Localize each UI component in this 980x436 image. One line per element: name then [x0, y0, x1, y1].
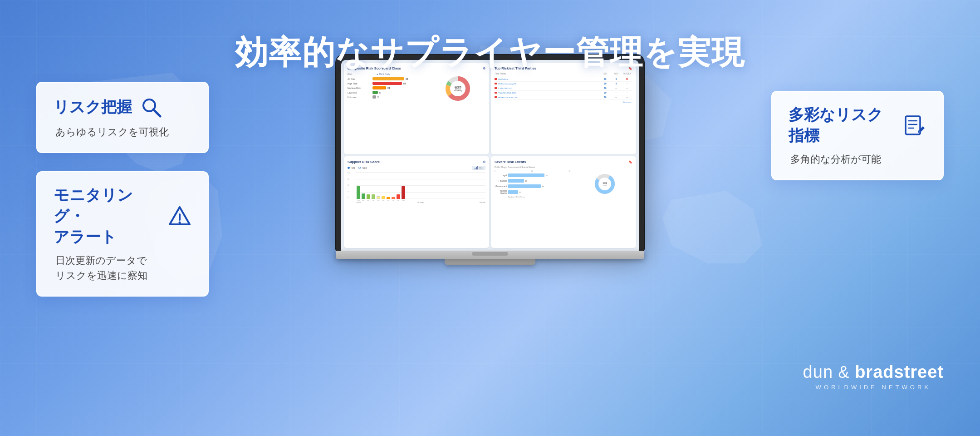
bar-group-3: 6% — [367, 194, 370, 202]
ssi-radio[interactable] — [348, 167, 350, 169]
bar-ssi-7 — [387, 197, 390, 199]
x-axis-labels: Low Risk SSI Range High Risk — [356, 202, 485, 203]
svg-rect-16 — [477, 166, 478, 169]
bar-group-high: 38% — [402, 186, 405, 202]
severe-risk-title: Severe Risk Events 🔖 — [495, 160, 632, 164]
laptop-screen: Composite Risk Scorecard Class ⚙ Risk ▲ … — [341, 60, 639, 251]
top-riskiest-panel: Top Riskiest Third Parties 🔖 Third Parti… — [491, 63, 636, 154]
table-row: METALLOINVEST, OOO 10 — — — [495, 95, 632, 100]
bar-group-4: 5% — [372, 194, 375, 202]
bradstreet-text: bradstreet — [850, 362, 944, 382]
laptop-outer: Composite Risk Scorecard Class ⚙ Risk ▲ … — [336, 54, 644, 251]
bar-group-low: 14% — [357, 186, 360, 202]
risk-grasp-desc: あらゆるリスクを可視化 — [54, 124, 191, 139]
ser-radio[interactable] — [358, 167, 361, 169]
risk-row-unknown: Unknown 2 — [348, 95, 423, 99]
risk-row-all: All Risk 93 — [348, 77, 423, 80]
sre-row-financial: Financial 16 — [495, 179, 570, 183]
bar-ssi-9 — [397, 194, 400, 199]
page-title: 効率的なサプライヤー管理を実現 — [0, 31, 980, 74]
sre-donut: #39 Legal — [577, 170, 632, 198]
laptop-stand — [445, 259, 535, 265]
warning-icon — [168, 204, 191, 228]
risk-row-medium: Medium Risk 24 — [348, 86, 423, 89]
y-axis: 100 80 60 40 20 — [348, 172, 350, 198]
risk-row-high: High Risk 89 — [348, 82, 423, 85]
left-feature-boxes: リスク把握 あらゆるリスクを可視化 モニタリング・アラート 日次更新のデータでリ… — [36, 82, 209, 297]
bar-ssi-4 — [372, 194, 375, 199]
monitoring-alert-label: モニタリング・アラート — [54, 185, 161, 248]
severe-risk-subtitle: Public Filings, Government & Special Eve… — [495, 166, 632, 168]
table-row: WeWork Inc. 10 9 62 — [495, 77, 632, 82]
sre-donut-center: #39 Legal — [603, 182, 607, 186]
bar-ssi-1 — [357, 186, 360, 199]
sre-row-legal: Legal 39 — [495, 173, 570, 177]
riskiest-table: Third Parties SSI SER PAYDEX WeWork Inc.… — [495, 73, 632, 100]
severe-risk-content: 02040 Legal 39 Financial 16 — [495, 170, 632, 198]
dnb-text: dun & bradstreet — [803, 362, 944, 382]
monitoring-alert-desc: 日次更新のデータでリスクを迅速に察知 — [54, 253, 191, 283]
risk-grasp-title: リスク把握 — [54, 95, 191, 119]
composite-risk-panel: Composite Risk Scorecard Class ⚙ Risk ▲ … — [344, 63, 489, 154]
table-row: US Test Company #39 10 9 — — [495, 82, 632, 86]
bar-ssi-3 — [367, 194, 370, 199]
sre-row-special: Special Events 10 — [495, 190, 570, 194]
sre-row-government: Government 34 — [495, 184, 570, 188]
search-icon — [139, 95, 163, 119]
diverse-risk-desc: 多角的な分析が可能 — [789, 152, 926, 167]
bar-ssi-10 — [402, 186, 405, 199]
severe-risk-panel: Severe Risk Events 🔖 Public Filings, Gov… — [491, 156, 636, 248]
monitoring-alert-title: モニタリング・アラート — [54, 185, 191, 248]
bar-chart: 100 80 60 40 20 — [348, 172, 485, 204]
view-more-link[interactable]: View more › — [495, 101, 632, 103]
dun-text: dun — [803, 362, 838, 382]
dnb-logo: dun & bradstreet WORLDWIDE NETWORK — [803, 362, 944, 391]
svg-line-1 — [153, 109, 160, 116]
right-feature-box: 多彩なリスク指標 多角的な分析が可能 — [771, 91, 944, 180]
bar-group-6: 3% — [382, 196, 385, 202]
svg-line-8 — [918, 130, 919, 133]
svg-rect-14 — [475, 168, 475, 169]
risk-grasp-label: リスク把握 — [54, 97, 132, 118]
table-row: TRANSOL SNG, OOO 10 — — — [495, 91, 632, 95]
table-row: X HOLDING LLC 10 — — — [495, 86, 632, 91]
bookmark-icon-2: 🔖 — [628, 160, 632, 164]
svg-point-3 — [179, 222, 181, 224]
monitoring-alert-box: モニタリング・アラート 日次更新のデータでリスクを迅速に察知 — [36, 171, 209, 297]
bar-chart-area: 14% 8% 6% 5 — [356, 172, 485, 202]
supplier-risk-panel: Supplier Risk Score ⚙ SSI SER — [344, 156, 489, 248]
risk-row-low: Low Risk 8 — [348, 91, 423, 94]
risk-donut-chart: 100% All RiskThird Party — [430, 73, 485, 104]
bar-group-2: 8% — [362, 193, 365, 202]
diverse-risk-box: 多彩なリスク指標 多角的な分析が可能 — [771, 91, 944, 180]
diverse-risk-title: 多彩なリスク指標 — [789, 104, 926, 146]
bar-ssi-6 — [382, 196, 385, 199]
risk-grasp-box: リスク把握 あらゆるリスクを可視化 — [36, 82, 209, 153]
bar-ssi-2 — [362, 193, 365, 199]
diverse-risk-label: 多彩なリスク指標 — [789, 104, 896, 146]
bar-group-9: 5% — [397, 194, 400, 202]
bar-group-7: 2% — [387, 197, 390, 202]
bar-group-5: 3% — [377, 196, 380, 202]
risk-table: Risk ▲ Third Party All Risk 93 High Risk — [348, 73, 423, 100]
document-edit-icon — [903, 114, 926, 137]
sre-donut-chart: #39 Legal — [593, 173, 616, 195]
srs-options: SSI SER Chart — [348, 166, 485, 170]
sre-bar-chart: 02040 Legal 39 Financial 16 — [495, 170, 570, 198]
supplier-risk-title: Supplier Risk Score ⚙ — [348, 160, 485, 164]
donut-svg-wrapper: 100% All RiskThird Party — [444, 75, 471, 102]
bar-ssi-5 — [377, 196, 380, 199]
dashboard: Composite Risk Scorecard Class ⚙ Risk ▲ … — [341, 60, 639, 251]
bar-group-8: 2% — [392, 197, 395, 202]
chart-button[interactable]: Chart — [472, 166, 485, 170]
svg-rect-15 — [476, 167, 477, 169]
bar-ssi-8 — [392, 197, 395, 199]
amp-symbol: & — [838, 363, 850, 382]
dnb-sub-text: WORLDWIDE NETWORK — [803, 384, 944, 391]
settings-icon-2: ⚙ — [483, 160, 485, 164]
svg-rect-4 — [906, 116, 920, 134]
donut-center-text: 100% All RiskThird Party — [454, 85, 462, 92]
laptop-mockup: Composite Risk Scorecard Class ⚙ Risk ▲ … — [336, 54, 644, 265]
laptop-base — [336, 251, 644, 259]
